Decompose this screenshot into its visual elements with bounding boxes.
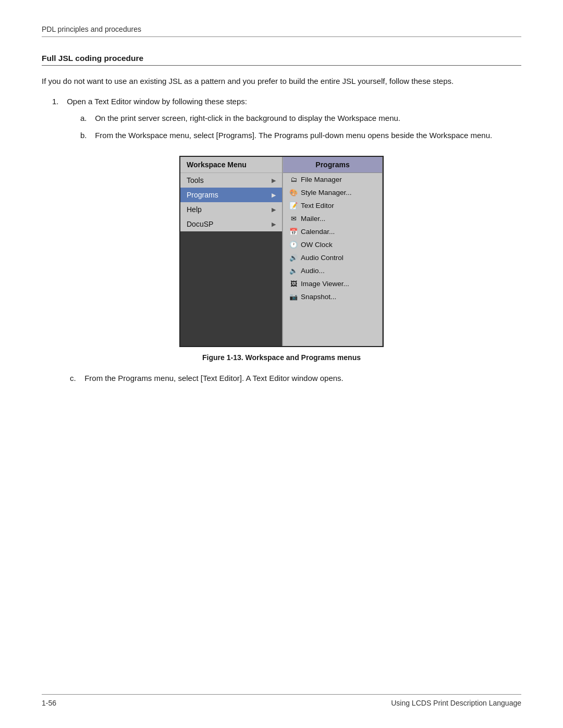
list-number-1: 1. bbox=[52, 95, 65, 107]
mailer-icon: ✉ bbox=[289, 215, 298, 223]
workspace-menu-item-tools[interactable]: Tools ▶ bbox=[180, 173, 282, 188]
audio-control-icon: 🔊 bbox=[289, 254, 298, 262]
arrow-icon-tools: ▶ bbox=[272, 177, 276, 184]
programs-label-style-manager: Style Manager... bbox=[301, 189, 352, 196]
workspace-menu-label-help: Help bbox=[187, 205, 202, 214]
list-label-b: b. bbox=[80, 129, 93, 141]
list-text-a: On the print server screen, right-click … bbox=[95, 114, 400, 122]
programs-label-audio-control: Audio Control bbox=[301, 254, 344, 262]
text-editor-icon: 📝 bbox=[289, 202, 298, 209]
ow-clock-icon: 🕐 bbox=[289, 241, 298, 249]
programs-label-calendar: Calendar... bbox=[301, 228, 335, 236]
programs-submenu-panel: Programs 🗂 File Manager 🎨 Style Manager.… bbox=[283, 157, 383, 346]
workspace-menu-item-help[interactable]: Help ▶ bbox=[180, 202, 282, 217]
screenshot-container: Workspace Menu Tools ▶ Programs ▶ Help ▶… bbox=[42, 156, 521, 347]
programs-label-mailer: Mailer... bbox=[301, 215, 325, 223]
alpha-list-c: c. From the Programs menu, select [Text … bbox=[70, 372, 521, 384]
workspace-menu-label-docusp: DocuSP bbox=[187, 220, 213, 228]
programs-item-ow-clock[interactable]: 🕐 OW Clock bbox=[283, 238, 382, 251]
intro-text: If you do not want to use an existing JS… bbox=[42, 75, 521, 87]
screenshot-wrapper: Workspace Menu Tools ▶ Programs ▶ Help ▶… bbox=[179, 156, 384, 347]
list-label-c: c. bbox=[70, 372, 82, 384]
page-container: PDL principles and procedures Full JSL c… bbox=[0, 0, 563, 728]
programs-label-file-manager: File Manager bbox=[301, 176, 342, 183]
programs-label-ow-clock: OW Clock bbox=[301, 241, 333, 249]
programs-item-text-editor[interactable]: 📝 Text Editor bbox=[283, 199, 382, 212]
programs-item-audio-control[interactable]: 🔊 Audio Control bbox=[283, 251, 382, 264]
programs-item-file-manager[interactable]: 🗂 File Manager bbox=[283, 173, 382, 186]
programs-item-audio[interactable]: 🔈 Audio... bbox=[283, 264, 382, 277]
image-viewer-icon: 🖼 bbox=[289, 280, 298, 288]
page-header: PDL principles and procedures bbox=[42, 25, 521, 37]
arrow-icon-programs: ▶ bbox=[272, 192, 276, 199]
workspace-menu-item-programs[interactable]: Programs ▶ bbox=[180, 188, 282, 202]
programs-item-image-viewer[interactable]: 🖼 Image Viewer... bbox=[283, 277, 382, 290]
audio-icon: 🔈 bbox=[289, 267, 298, 275]
programs-label-snapshot: Snapshot... bbox=[301, 293, 336, 301]
arrow-icon-docusp: ▶ bbox=[272, 221, 276, 228]
list-text-1: Open a Text Editor window by following t… bbox=[67, 97, 247, 106]
list-label-a: a. bbox=[80, 112, 93, 124]
programs-title: Programs bbox=[283, 157, 382, 173]
programs-item-snapshot[interactable]: 📷 Snapshot... bbox=[283, 290, 382, 303]
list-item-a: a. On the print server screen, right-cli… bbox=[80, 112, 521, 124]
workspace-menu-label-programs: Programs bbox=[187, 191, 218, 199]
snapshot-icon: 📷 bbox=[289, 293, 298, 301]
page-footer: 1-56 Using LCDS Print Description Langua… bbox=[42, 694, 521, 707]
list-text-c: From the Programs menu, select [Text Edi… bbox=[84, 374, 344, 382]
dark-fill bbox=[180, 231, 282, 346]
list-item-1: 1. Open a Text Editor window by followin… bbox=[52, 95, 521, 141]
header-left: PDL principles and procedures bbox=[42, 25, 141, 33]
section-heading: Full JSL coding procedure bbox=[42, 54, 521, 66]
workspace-menu-label-tools: Tools bbox=[187, 176, 204, 184]
programs-item-calendar[interactable]: 📅 Calendar... bbox=[283, 225, 382, 238]
file-manager-icon: 🗂 bbox=[289, 176, 298, 183]
programs-label-audio: Audio... bbox=[301, 267, 325, 275]
alpha-list: a. On the print server screen, right-cli… bbox=[80, 112, 521, 142]
figure-caption: Figure 1-13. Workspace and Programs menu… bbox=[42, 353, 521, 362]
programs-label-image-viewer: Image Viewer... bbox=[301, 280, 349, 288]
arrow-icon-help: ▶ bbox=[272, 206, 276, 213]
footer-title: Using LCDS Print Description Language bbox=[391, 699, 521, 707]
calendar-icon: 📅 bbox=[289, 228, 298, 236]
programs-item-mailer[interactable]: ✉ Mailer... bbox=[283, 212, 382, 225]
list-item-b: b. From the Workspace menu, select [Prog… bbox=[80, 129, 521, 141]
style-manager-icon: 🎨 bbox=[289, 189, 298, 196]
programs-label-text-editor: Text Editor bbox=[301, 202, 334, 209]
workspace-menu-panel: Workspace Menu Tools ▶ Programs ▶ Help ▶… bbox=[180, 157, 283, 346]
numbered-list: 1. Open a Text Editor window by followin… bbox=[52, 95, 521, 141]
workspace-menu-title: Workspace Menu bbox=[180, 157, 282, 173]
footer-page-number: 1-56 bbox=[42, 699, 56, 707]
programs-item-style-manager[interactable]: 🎨 Style Manager... bbox=[283, 186, 382, 199]
list-text-b: From the Workspace menu, select [Program… bbox=[95, 131, 492, 140]
list-item-c: c. From the Programs menu, select [Text … bbox=[70, 372, 521, 384]
workspace-menu-item-docusp[interactable]: DocuSP ▶ bbox=[180, 217, 282, 231]
